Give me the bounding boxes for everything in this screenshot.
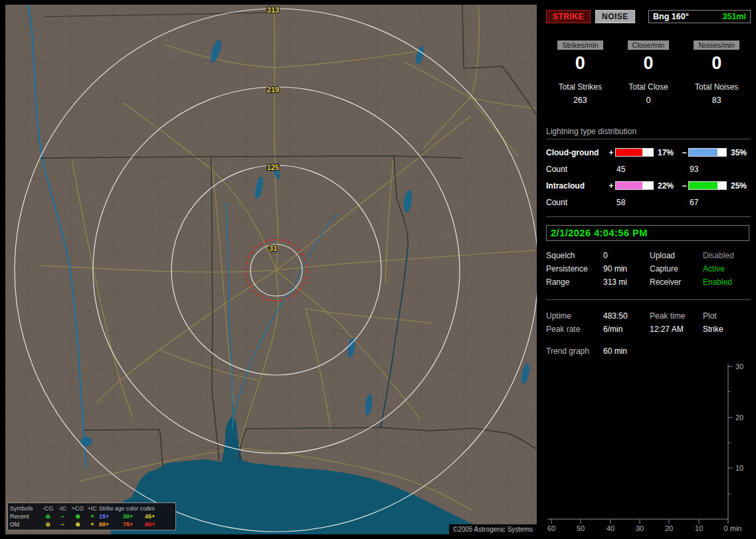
- noise-toggle-button[interactable]: NOISE: [595, 10, 635, 23]
- legend-symbols-header: Symbols: [10, 504, 41, 512]
- strikes-per-min: Strikes/min 0: [546, 40, 614, 74]
- y-tick-30: 30: [735, 362, 743, 370]
- noises-per-min: Noises/min 0: [682, 40, 751, 74]
- trend-graph-label: Trend graph: [546, 346, 603, 356]
- strike-toggle-button[interactable]: STRIKE: [546, 10, 591, 23]
- legend-recent-label: Recent: [10, 512, 41, 520]
- close-per-min-value: 0: [614, 53, 683, 74]
- neg-ic-old-icon: −: [55, 520, 70, 528]
- map-svg: 313 219 125 31: [5, 5, 537, 534]
- trend-caption: Trend graph 60 min: [546, 346, 751, 356]
- x-tick-10: 10: [695, 524, 703, 532]
- age-30-label: 30+: [123, 512, 145, 520]
- persistence-value: 90 min: [603, 264, 650, 273]
- bearing-distance: 351mi: [723, 12, 746, 21]
- count-label: Count: [546, 198, 607, 207]
- close-per-min: Close/min 0: [614, 40, 683, 74]
- peak-time-label: Peak time: [650, 311, 703, 321]
- range-label-219: 219: [267, 86, 279, 94]
- ic-minus-pct: 25%: [727, 181, 749, 191]
- strikes-per-min-label: Strikes/min: [557, 40, 603, 50]
- range-label-31: 31: [269, 244, 277, 252]
- persistence-label: Persistence: [546, 264, 603, 273]
- intracloud-count-row: Count 58 67: [546, 194, 751, 210]
- age-90-label: 90+: [145, 520, 167, 528]
- range-label-313: 313: [267, 6, 279, 14]
- plus-sign: +: [607, 148, 615, 157]
- age-75-label: 75+: [123, 520, 145, 528]
- legend-neg-ic-header: -IC: [55, 504, 70, 512]
- peak-rate-value: 6/min: [603, 325, 650, 334]
- peak-rate-label: Peak rate: [546, 325, 603, 334]
- cg-plus-count: 45: [615, 165, 654, 174]
- stats-section: Uptime 483:50 Peak time Plot Peak rate 6…: [546, 309, 751, 336]
- ic-minus-bar: [688, 181, 727, 190]
- ic-plus-count: 58: [615, 198, 654, 207]
- settings-row: Range 313 mi Receiver Enabled: [546, 275, 751, 289]
- trend-graph-window: 60 min: [603, 346, 751, 356]
- neg-ic-recent-icon: −: [55, 512, 70, 520]
- capture-status: Active: [703, 264, 751, 273]
- distribution-title: Lightning type distribution: [546, 127, 751, 139]
- plot-value: Strike: [703, 325, 751, 334]
- legend-pos-ic-header: +IC: [86, 504, 99, 512]
- minus-sign: −: [680, 148, 688, 157]
- settings-row: Persistence 90 min Capture Active: [546, 262, 751, 275]
- ic-plus-bar: [615, 181, 654, 190]
- totals-row: Total Strikes 263 Total Close 0 Total No…: [546, 82, 751, 105]
- trend-x-ticks: [551, 519, 728, 524]
- cg-plus-bar-fill: [616, 149, 642, 156]
- total-strikes-value: 263: [546, 96, 614, 105]
- capture-label: Capture: [650, 264, 703, 273]
- settings-row: Squelch 0 Upload Disabled: [546, 249, 751, 262]
- total-strikes: Total Strikes 263: [546, 82, 614, 105]
- cg-minus-count: 93: [688, 165, 727, 174]
- intracloud-row: Intracloud + 22% − 25%: [546, 177, 751, 194]
- cloud-ground-label: Cloud-ground: [546, 148, 607, 157]
- minus-sign: −: [680, 181, 688, 191]
- age-15-label: 15+: [99, 512, 123, 520]
- pos-cg-old-icon: ⊕: [70, 520, 86, 528]
- y-tick-20: 20: [735, 414, 743, 422]
- side-panel: STRIKE NOISE Bng 160° 351mi Strikes/min …: [543, 0, 751, 539]
- cg-minus-bar: [688, 148, 727, 157]
- uptime-label: Uptime: [546, 311, 603, 321]
- age-45-label: 45+: [145, 512, 167, 520]
- x-tick-60: 60: [547, 524, 555, 532]
- ic-plus-bar-fill: [616, 182, 642, 189]
- legend-old-label: Old: [10, 520, 41, 528]
- intracloud-label: Intracloud: [546, 181, 607, 191]
- squelch-label: Squelch: [546, 251, 603, 260]
- trend-x-labels: 60 50 40 30 20 10 0 min: [547, 524, 742, 532]
- cg-plus-bar: [615, 148, 654, 157]
- bearing-label: Bng 160°: [653, 12, 689, 21]
- receiver-status: Enabled: [703, 277, 751, 287]
- mode-toolbar: STRIKE NOISE Bng 160° 351mi: [546, 10, 751, 23]
- pos-ic-recent-icon: +: [86, 512, 99, 520]
- map-area[interactable]: 313 219 125 31 Symbols -CG -IC +CG +IC S…: [5, 5, 537, 534]
- copyright-text: ©2005 Astrogenic Systems: [449, 524, 537, 534]
- y-tick-10: 10: [735, 464, 743, 472]
- cg-minus-pct: 35%: [727, 148, 749, 157]
- total-noises-label: Total Noises: [682, 82, 751, 92]
- trend-graph: 30 20 10 60 50 40 30 20 10 0 min: [546, 360, 751, 538]
- count-label: Count: [546, 165, 607, 174]
- ic-minus-bar-fill: [689, 182, 717, 189]
- total-close: Total Close 0: [614, 82, 683, 105]
- neg-cg-recent-icon: ⊖: [41, 512, 55, 520]
- stats-row: Uptime 483:50 Peak time Plot: [546, 309, 751, 323]
- cloud-ground-row: Cloud-ground + 17% − 35%: [546, 144, 751, 161]
- noises-per-min-value: 0: [682, 53, 751, 74]
- lightning-distribution: Lightning type distribution Cloud-ground…: [546, 127, 751, 217]
- total-close-value: 0: [614, 96, 683, 105]
- x-tick-30: 30: [636, 524, 644, 532]
- range-label: Range: [546, 277, 603, 287]
- peak-time-value: 12:27 AM: [650, 325, 703, 334]
- datetime-display: 2/1/2026 4:04:56 PM: [546, 225, 749, 241]
- total-strikes-label: Total Strikes: [546, 82, 614, 92]
- stats-row: Peak rate 6/min 12:27 AM Strike: [546, 323, 751, 336]
- ic-minus-count: 67: [688, 198, 727, 207]
- bearing-readout: Bng 160° 351mi: [648, 10, 751, 23]
- neg-cg-old-icon: ⊖: [41, 520, 55, 528]
- age-60-label: 60+: [99, 520, 123, 528]
